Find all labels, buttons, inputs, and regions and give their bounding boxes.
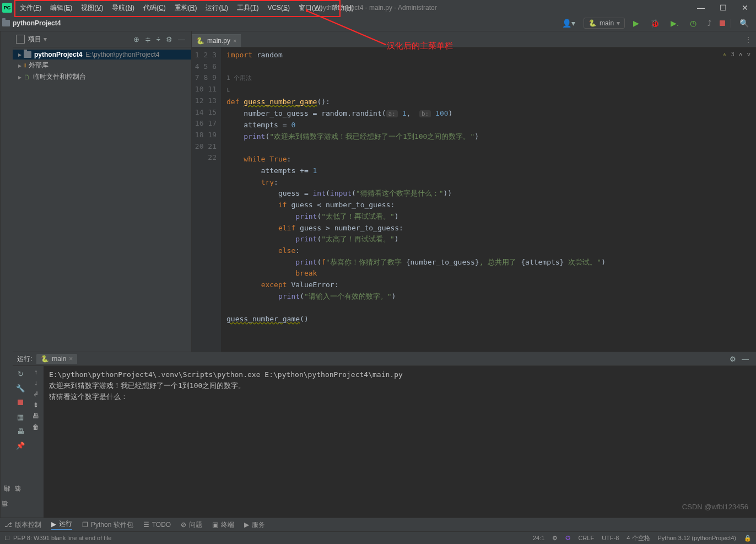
branch-icon: ⎇ [4,521,12,529]
left-bottom-tool-strip: 结构 书签 [0,482,24,500]
menu-item-1[interactable]: 编辑(E) [46,0,77,15]
attach-button[interactable]: ⤴ [705,19,714,28]
clear-icon[interactable]: 🖶 [33,412,39,420]
debug-button[interactable]: 🐞 [647,19,662,28]
chevron-down-icon: ▾ [617,19,620,27]
menu-item-6[interactable]: 运行(U) [201,0,233,15]
status-intent-icon[interactable]: ✪ [565,535,570,542]
hide-icon[interactable]: — [175,35,188,44]
select-opened-file-icon[interactable]: ⊕ [131,35,142,44]
status-hide-icon[interactable]: ☐ [4,535,10,542]
layout-icon[interactable]: ▦ [15,411,26,422]
tree-root-path: E:\python\pythonProject4 [85,51,159,58]
menu-item-7[interactable]: 工具(T) [233,0,263,15]
tool-icon[interactable]: 🔧 [15,383,26,394]
up-icon[interactable]: ↑ [34,368,37,376]
status-line-sep[interactable]: CRLF [578,535,594,541]
menu-item-4[interactable]: 代码(C) [139,0,170,15]
chevron-right-icon[interactable] [18,51,24,58]
scroll-icon[interactable]: ⇟ [33,401,39,409]
scratch-icon: 🗋 [24,73,30,81]
maximize-button[interactable]: ☐ [712,0,734,15]
hide-icon[interactable]: — [739,355,752,363]
left-tab-project[interactable]: 项目 [0,509,10,513]
menu-item-5[interactable]: 重构(R) [170,0,202,15]
rerun-icon[interactable]: ↻ [15,368,26,379]
print-icon[interactable]: 🖶 [15,425,26,437]
chevron-right-icon[interactable] [18,62,24,69]
wrap-icon[interactable]: ↲ [33,390,39,398]
tree-root[interactable]: pythonProject4 E:\python\pythonProject4 [13,50,191,60]
menu-item-0[interactable]: 文件(F) [15,0,46,15]
trash-icon[interactable]: 🗑 [33,423,39,431]
editor-tabs: 🐍 main.py × ⋮ [192,31,756,47]
warning-icon: ⚠ [723,51,727,58]
profile-button[interactable]: ◷ [687,19,699,28]
tree-scratch-label: 临时文件和控制台 [33,72,86,82]
chevron-up-icon[interactable]: ʌ [739,51,743,58]
tree-external-libs[interactable]: ⫴ 外部库 [13,60,191,71]
tab-todo[interactable]: ☰TODO [143,521,171,529]
python-icon: 🐍 [588,19,597,27]
status-interpreter[interactable]: Python 3.12 (pythonProject4) [658,535,736,541]
down-icon[interactable]: ↓ [34,379,37,387]
editor-options-icon[interactable]: ⋮ [741,33,756,47]
stop-button[interactable] [720,20,725,26]
close-tab-icon[interactable]: × [233,37,236,44]
tab-vcs[interactable]: ⎇版本控制 [4,520,41,530]
project-view-icon[interactable] [16,35,25,44]
status-gear-icon[interactable]: ⚙ [552,535,558,542]
search-icon[interactable]: 🔍 [737,19,752,28]
menu-item-8[interactable]: VCS(S) [263,0,294,15]
run-tab[interactable]: 🐍 main × [36,354,77,364]
status-caret-pos[interactable]: 24:1 [533,535,544,541]
todo-icon: ☰ [143,521,149,529]
tab-problems[interactable]: ⊘问题 [181,520,202,530]
chevron-down-icon[interactable]: v [747,51,750,58]
nav-bar: pythonProject4 👤▾ 🐍 main ▾ ▶ 🐞 ▶. ◷ ⤴ 🔍 [0,15,756,31]
console-output[interactable]: E:\python\pythonProject4\.venv\Scripts\p… [44,366,756,518]
minimize-button[interactable]: — [690,0,712,15]
tab-packages[interactable]: ❐Python 软件包 [82,520,133,530]
project-tree: pythonProject4 E:\python\pythonProject4 … [13,47,191,85]
inspection-widget[interactable]: ⚠ 3 ʌ v [723,51,751,58]
close-tab-icon[interactable]: × [69,355,73,363]
code-area[interactable]: 1 2 3 4 5 6 7 8 9 10 11 12 13 14 15 16 1… [192,47,756,352]
close-button[interactable]: ✕ [734,0,756,15]
tab-terminal[interactable]: ▣终端 [212,520,234,530]
breadcrumb[interactable]: pythonProject4 [13,19,61,27]
menu-item-3[interactable]: 导航(N) [107,0,139,15]
packages-icon: ❐ [82,521,88,529]
run-button[interactable]: ▶ [630,19,642,28]
tree-ext-lib-label: 外部库 [29,61,48,70]
status-encoding[interactable]: UTF-8 [602,535,619,541]
editor-tab-main[interactable]: 🐍 main.py × [192,34,241,47]
left-tab-structure[interactable]: 结构 [1,486,12,497]
settings-icon[interactable]: ⚙ [163,35,175,44]
user-icon[interactable]: 👤▾ [559,19,578,28]
tree-root-name: pythonProject4 [34,51,82,58]
pin-icon[interactable]: 📌 [15,440,26,451]
app-logo: PC [2,3,12,13]
coverage-button[interactable]: ▶. [668,19,682,28]
collapse-all-icon[interactable]: ÷ [154,35,163,44]
status-indent[interactable]: 4 个空格 [627,534,650,542]
expand-all-icon[interactable]: ≑ [142,35,154,44]
status-lock-icon[interactable]: 🔒 [744,535,752,542]
terminal-icon: ▣ [212,521,218,529]
tree-scratches[interactable]: 🗋 临时文件和控制台 [13,71,191,83]
project-tool-window: 项目 ▾ ⊕ ≑ ÷ ⚙ — pythonProject4 [13,31,192,352]
line-gutter[interactable]: 1 2 3 4 5 6 7 8 9 10 11 12 13 14 15 16 1… [192,47,221,352]
run-settings-icon[interactable]: ⚙ [727,355,739,363]
chevron-down-icon[interactable]: ▾ [44,35,47,43]
annotation-text: 汉化后的主菜单栏 [387,41,453,51]
run-sub-toolbar: ↑ ↓ ↲ ⇟ 🖶 🗑 [28,366,44,518]
run-config-selector[interactable]: 🐍 main ▾ [584,18,625,29]
menu-item-2[interactable]: 视图(V) [77,0,107,15]
left-tab-bookmark[interactable]: 书签 [12,486,23,497]
chevron-right-icon[interactable] [18,73,24,81]
code-text[interactable]: import random 1 个用法 ↳ def guess_number_g… [221,47,756,352]
tab-services[interactable]: ▶服务 [244,520,265,530]
tab-run[interactable]: ▶运行 [51,519,72,530]
stop-icon[interactable] [15,397,26,408]
